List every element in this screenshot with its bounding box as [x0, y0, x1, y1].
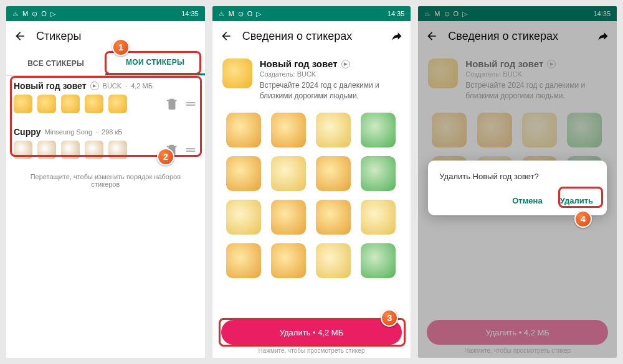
back-icon[interactable] [220, 30, 232, 42]
page-title: Сведения о стикерах [242, 30, 381, 43]
tab-all-stickers[interactable]: ВСЕ СТИКЕРЫ [6, 51, 105, 75]
tabs: ВСЕ СТИКЕРЫ МОИ СТИКЕРЫ [6, 51, 205, 76]
sticker[interactable] [226, 243, 261, 278]
sticker-preview [85, 141, 103, 159]
pack-detail-header: Новый год зовет ▶ Создатель: BUCK Встреч… [212, 51, 411, 104]
pack-size: 4,2 МБ [131, 82, 153, 90]
circle-icon: O [41, 10, 47, 17]
dialog-message: Удалить Новый год зовет? [439, 172, 596, 181]
sticker[interactable] [226, 113, 261, 147]
sticker-preview [14, 95, 32, 113]
pack-title: Новый год зовет [260, 58, 338, 69]
flame-icon: ♨ [12, 10, 19, 18]
drag-handle-icon[interactable] [184, 143, 197, 157]
drag-handle-icon[interactable] [184, 97, 197, 111]
viber-icon: ⊙ [32, 10, 37, 18]
sticker[interactable] [316, 243, 351, 278]
sticker-grid [212, 104, 411, 287]
pack-row-1[interactable]: Новый год зовет ▶ BUCK · 4,2 МБ [6, 76, 205, 122]
sticker-preview [108, 95, 127, 113]
sticker[interactable] [226, 156, 261, 191]
share-icon[interactable] [391, 30, 403, 42]
sticker[interactable] [361, 243, 396, 278]
pack-name: Cuppy [14, 127, 41, 137]
tap-hint: Нажмите, чтобы просмотреть стикер [221, 345, 402, 354]
back-icon[interactable] [14, 30, 26, 42]
sticker-preview [37, 95, 56, 113]
sticker[interactable] [271, 200, 306, 235]
marker-1: 1 [112, 39, 130, 56]
pack-creator: Создатель: BUCK [260, 70, 401, 78]
sticker[interactable] [271, 113, 306, 147]
dialog-cancel-button[interactable]: Отмена [510, 192, 545, 209]
status-time: 14:35 [388, 10, 405, 17]
status-time: 14:35 [181, 10, 199, 17]
sticker[interactable] [361, 113, 396, 147]
pack-description: Встречайте 2024 год с далекими и близким… [260, 80, 401, 101]
pack-name: Новый год зовет [14, 81, 87, 91]
sticker-preview [61, 141, 80, 159]
marker-4: 4 [574, 210, 592, 228]
statusbar: ♨ M ⊙ O ▷ 14:35 [6, 6, 205, 21]
sticker-preview [85, 95, 103, 113]
sticker[interactable] [361, 156, 396, 191]
circle-icon: O [247, 10, 253, 17]
appbar: Стикеры [6, 21, 205, 51]
status-left-icons: ♨ M ⊙ O ▷ [12, 10, 55, 18]
marker-2: 2 [157, 148, 174, 166]
sticker[interactable] [316, 200, 351, 235]
phone-screen-3: ♨ M ⊙ O ▷ 14:35 Сведения о стикерах Новы… [418, 6, 617, 358]
sticker[interactable] [316, 113, 351, 147]
sticker[interactable] [361, 200, 396, 235]
status-left-icons: ♨ M ⊙ O ▷ [219, 10, 262, 18]
play-icon: ▷ [256, 10, 261, 18]
flame-icon: ♨ [219, 10, 225, 18]
viber-icon: ⊙ [238, 10, 244, 18]
appbar: Сведения о стикерах [212, 21, 411, 51]
trash-icon[interactable] [165, 97, 179, 111]
sticker-preview [61, 95, 80, 113]
animated-icon: ▶ [341, 60, 350, 68]
sticker-preview [14, 141, 32, 159]
sticker[interactable] [271, 156, 306, 191]
dialog-confirm-button[interactable]: Удалить [558, 192, 596, 209]
drag-hint: Перетащите, чтобы изменить порядок набор… [6, 168, 205, 193]
sticker-preview [108, 141, 127, 159]
pack-author: Minseung Song [45, 128, 92, 136]
pack-author: BUCK [103, 82, 122, 90]
sticker[interactable] [271, 243, 306, 278]
statusbar: ♨ M ⊙ O ▷ 14:35 [212, 6, 411, 21]
delete-button[interactable]: Удалить • 4,2 МБ [221, 320, 402, 345]
pack-row-2[interactable]: Cuppy Minseung Song · 298 кБ [6, 122, 205, 168]
sticker-preview [37, 141, 56, 159]
phone-screen-2: ♨ M ⊙ O ▷ 14:35 Сведения о стикерах Новы… [212, 6, 411, 358]
pack-thumbnail [222, 58, 252, 88]
pack-size: 298 кБ [102, 128, 122, 136]
sticker[interactable] [316, 156, 351, 191]
play-icon: ▷ [50, 10, 55, 18]
phone-screen-1: ♨ M ⊙ O ▷ 14:35 Стикеры ВСЕ СТИКЕРЫ МОИ … [6, 6, 205, 358]
confirm-dialog: Удалить Новый год зовет? Отмена Удалить [428, 161, 607, 215]
animated-icon: ▶ [90, 82, 99, 90]
mail-icon: M [22, 10, 28, 17]
sticker[interactable] [226, 200, 261, 235]
mail-icon: M [229, 10, 234, 17]
